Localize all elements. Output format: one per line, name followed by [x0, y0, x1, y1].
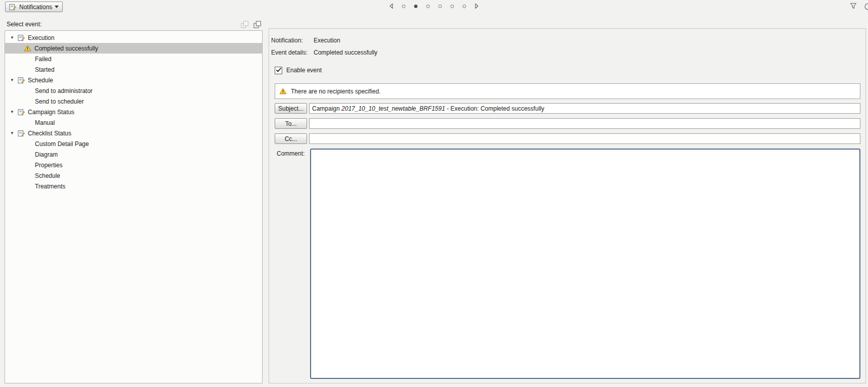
tree-item-label: Properties [35, 162, 63, 169]
tree-group-label: Schedule [28, 77, 53, 84]
tree-item-label: Send to administrator [35, 87, 93, 94]
pager-next-button[interactable] [475, 3, 480, 9]
tree-item-started[interactable]: Started [5, 64, 262, 75]
pager-prev-button[interactable] [389, 3, 394, 9]
event-tree-panel: Select event: ▼ExecutionCompleted succes… [5, 18, 263, 383]
cc-row: Cc... [269, 133, 860, 144]
pager-dot-3[interactable] [426, 5, 430, 8]
tree-item-manual[interactable]: Manual [5, 117, 262, 128]
pager [389, 3, 480, 9]
tree-group-label: Campaign Status [28, 109, 74, 116]
tree-group-label: Execution [28, 34, 55, 41]
comment-textarea[interactable] [310, 149, 860, 379]
pager-dot-4[interactable] [439, 5, 442, 8]
comment-label: Comment: [277, 149, 308, 157]
enable-event-label: Enable event [286, 67, 322, 74]
tree-item-label: Treatments [35, 183, 65, 190]
pager-dot-1[interactable] [402, 5, 406, 8]
collapse-arrow-icon[interactable]: ▼ [10, 36, 15, 40]
tree-item-label: Manual [35, 119, 55, 126]
notification-form-icon [9, 4, 17, 11]
notification-detail-panel: Notification: Execution Event details: C… [269, 28, 866, 383]
event-details-label: Event details: [271, 49, 314, 56]
enable-event-row: Enable event [269, 66, 860, 74]
warning-icon [24, 45, 31, 52]
subject-prefix: Campaign [312, 105, 341, 112]
top-toolbar: Notifications [0, 0, 868, 14]
cc-button[interactable]: Cc... [275, 133, 307, 144]
circle-icon[interactable] [864, 3, 868, 12]
warning-message: There are no recipients specified. [291, 88, 380, 95]
comment-row: Comment: [269, 149, 860, 379]
tree-item-completed-successfully[interactable]: Completed successfully [5, 43, 262, 54]
tree-item-properties[interactable]: Properties [5, 160, 262, 170]
pager-dot-2[interactable] [414, 5, 418, 8]
notification-value: Execution [314, 37, 340, 44]
tree-item-label: Custom Detail Page [35, 140, 89, 148]
subject-button[interactable]: Subject... [275, 103, 307, 114]
event-tree: ▼ExecutionCompleted successfullyFailedSt… [5, 30, 263, 383]
pager-dot-5[interactable] [451, 5, 454, 8]
subject-field[interactable]: Campaign 2017_10_10_test_newtable_BRF159… [309, 103, 860, 114]
left-arrow-icon [389, 3, 394, 9]
tree-item-schedule[interactable]: Schedule [5, 170, 262, 181]
event-group-icon [18, 77, 25, 84]
notification-row: Notification: Execution [269, 35, 860, 45]
notification-label: Notification: [271, 37, 314, 44]
subject-campaign-name: 2017_10_10_test_newtable_BRF1591 [341, 105, 445, 112]
event-details-value: Completed successfully [314, 49, 377, 56]
event-group-icon [18, 130, 25, 137]
dropdown-caret-icon [55, 6, 59, 8]
collapse-arrow-icon[interactable]: ▼ [10, 131, 15, 135]
collapse-all-icon[interactable] [241, 21, 249, 28]
notifications-menu-label: Notifications [19, 4, 52, 11]
cc-input[interactable] [309, 133, 860, 144]
tree-item-label: Started [35, 66, 55, 73]
tree-item-label: Failed [35, 56, 52, 63]
warning-icon [279, 88, 287, 94]
pager-dot-6[interactable] [463, 5, 466, 8]
tree-item-send-to-scheduler[interactable]: Send to scheduler [5, 96, 262, 107]
to-button[interactable]: To... [275, 118, 307, 129]
warning-banner: There are no recipients specified. [275, 83, 860, 99]
to-row: To... [269, 118, 860, 129]
tree-item-diagram[interactable]: Diagram [5, 149, 262, 160]
enable-event-checkbox[interactable] [275, 67, 282, 74]
to-input[interactable] [309, 118, 860, 129]
tree-item-label: Completed successfully [34, 45, 98, 52]
right-arrow-icon [475, 3, 480, 9]
tree-item-label: Schedule [35, 172, 60, 179]
subject-row: Subject... Campaign 2017_10_10_test_newt… [269, 103, 860, 114]
tree-item-custom-detail-page[interactable]: Custom Detail Page [5, 138, 262, 149]
filter-icon[interactable] [850, 3, 857, 11]
tree-item-send-to-administrator[interactable]: Send to administrator [5, 85, 262, 96]
tree-item-failed[interactable]: Failed [5, 54, 262, 64]
event-group-icon [18, 109, 25, 116]
tree-item-treatments[interactable]: Treatments [5, 181, 262, 191]
tree-item-label: Send to scheduler [35, 98, 84, 105]
collapse-arrow-icon[interactable]: ▼ [10, 110, 15, 114]
select-event-label: Select event: [7, 21, 41, 28]
tree-panel-header: Select event: [5, 18, 263, 30]
pager-dots [402, 5, 466, 8]
tree-group-schedule[interactable]: ▼Schedule [5, 75, 262, 85]
subject-suffix: - Execution: Completed successfully [445, 105, 544, 112]
expand-all-icon[interactable] [253, 21, 262, 28]
collapse-arrow-icon[interactable]: ▼ [10, 78, 15, 82]
tree-group-execution[interactable]: ▼Execution [5, 32, 262, 43]
tree-group-campaign-status[interactable]: ▼Campaign Status [5, 107, 262, 117]
tree-item-label: Diagram [35, 151, 58, 158]
event-details-row: Event details: Completed successfully [269, 47, 860, 58]
notifications-menu-button[interactable]: Notifications [5, 2, 63, 12]
check-icon [276, 67, 282, 73]
event-group-icon [18, 34, 25, 41]
tree-group-label: Checklist Status [28, 130, 71, 137]
tree-group-checklist-status[interactable]: ▼Checklist Status [5, 128, 262, 138]
